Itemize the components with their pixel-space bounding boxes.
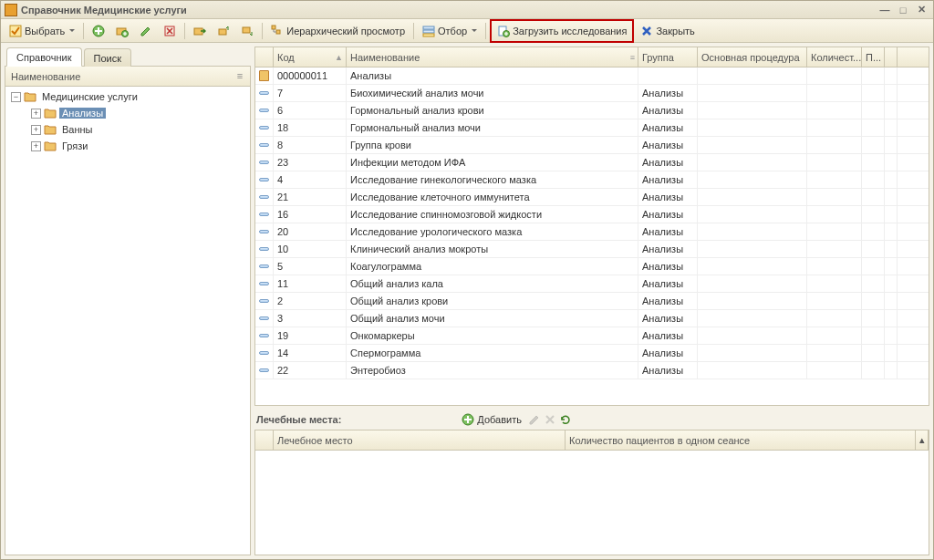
edit-button[interactable] — [135, 22, 157, 40]
grid-header: Код▲ Наименование≡ Группа Основная проце… — [255, 47, 929, 67]
grid-body[interactable]: 000000011Анализы7Биохимический анализ мо… — [255, 67, 929, 405]
tab-search[interactable]: Поиск — [84, 48, 131, 67]
cell-group: Анализы — [638, 241, 698, 257]
bottom-delete-icon[interactable] — [544, 413, 556, 426]
bottom-add-button[interactable]: Добавить — [458, 413, 525, 426]
cell-p — [862, 345, 885, 361]
hierarchical-view-button[interactable]: Иерархический просмотр — [266, 22, 410, 40]
add-folder-icon — [116, 25, 129, 37]
table-row[interactable]: 20Исследование урологического мазкаАнали… — [255, 223, 929, 241]
minimize-button[interactable]: — — [877, 4, 893, 16]
tree-node[interactable]: +Ванны — [5, 121, 250, 138]
expand-icon[interactable]: + — [31, 125, 41, 135]
table-row[interactable]: 11Общий анализ калаАнализы — [255, 275, 929, 293]
col-scroll-up[interactable]: ▴ — [916, 430, 929, 450]
close-button[interactable]: Закрыть — [636, 22, 699, 40]
move-to-group-icon — [193, 25, 206, 37]
level-down-icon — [241, 25, 254, 37]
table-row[interactable]: 14СпермограммаАнализы — [255, 345, 929, 362]
cell-code: 16 — [274, 206, 347, 223]
table-row[interactable]: 6Гормональный анализ кровиАнализы — [255, 102, 929, 119]
bottom-grid: Лечебное место Количество пациентов в од… — [254, 430, 929, 555]
move-to-group-button[interactable] — [189, 22, 211, 40]
cell-qty — [807, 119, 862, 136]
select-button[interactable]: Выбрать — [5, 22, 79, 40]
col-place[interactable]: Лечебное место — [274, 430, 566, 450]
table-row[interactable]: 22ЭнтеробиозАнализы — [255, 362, 929, 379]
expand-icon[interactable]: + — [31, 109, 41, 119]
cell-qty — [807, 206, 862, 223]
table-row[interactable]: 16Исследование спинномозговой жидкостиАн… — [255, 206, 929, 223]
cell-qty — [807, 154, 862, 171]
bottom-toolbar: Лечебные места: Добавить — [254, 410, 929, 430]
table-row[interactable]: 18Гормональный анализ мочиАнализы — [255, 119, 929, 137]
col-name[interactable]: Наименование≡ — [347, 47, 638, 67]
col-icon[interactable] — [255, 47, 274, 67]
level-up-button[interactable] — [213, 22, 234, 40]
maximize-button[interactable]: □ — [895, 4, 911, 16]
cell-name: Инфекции методом ИФА — [347, 154, 638, 171]
cell-p — [862, 310, 885, 327]
cell-code: 3 — [274, 310, 347, 327]
cell-code: 10 — [274, 241, 347, 257]
level-up-icon — [217, 25, 230, 37]
table-row[interactable]: 2Общий анализ кровиАнализы — [255, 293, 929, 310]
table-row[interactable]: 8Группа кровиАнализы — [255, 137, 929, 154]
filter-button[interactable]: Отбор — [418, 22, 482, 40]
table-row[interactable]: 000000011Анализы — [255, 67, 929, 85]
sort-icon[interactable]: ≡ — [234, 70, 246, 83]
level-down-button[interactable] — [236, 22, 258, 40]
cell-main-proc — [698, 258, 807, 275]
table-row[interactable]: 5КоагулограммаАнализы — [255, 258, 929, 275]
table-row[interactable]: 19ОнкомаркерыАнализы — [255, 327, 929, 345]
cell-qty — [807, 345, 862, 361]
tree-column-header[interactable]: Наименование ≡ — [5, 67, 250, 87]
col-qty[interactable]: Количест... — [807, 47, 862, 67]
table-row[interactable]: 3Общий анализ мочиАнализы — [255, 310, 929, 327]
tab-directory[interactable]: Справочник — [6, 47, 82, 67]
col-code[interactable]: Код▲ — [274, 47, 347, 67]
col-group[interactable]: Группа — [638, 47, 698, 67]
app-icon — [5, 4, 17, 16]
table-row[interactable]: 23Инфекции методом ИФААнализы — [255, 154, 929, 171]
table-row[interactable]: 7Биохимический анализ мочиАнализы — [255, 85, 929, 102]
table-row[interactable]: 4Исследование гинекологического мазкаАна… — [255, 171, 929, 189]
col-main-proc[interactable]: Основная процедура — [698, 47, 807, 67]
col-patients[interactable]: Количество пациентов в одном сеансе — [566, 430, 916, 450]
cell-p — [862, 206, 885, 223]
item-icon — [259, 143, 269, 147]
add-button[interactable] — [88, 22, 109, 40]
cell-p — [862, 293, 885, 309]
cell-group: Анализы — [638, 137, 698, 153]
cell-group: Анализы — [638, 189, 698, 205]
bottom-refresh-icon[interactable] — [559, 413, 572, 426]
cell-name: Спермограмма — [347, 345, 638, 361]
svg-rect-8 — [272, 26, 275, 29]
cell-p — [862, 223, 885, 240]
col-p[interactable]: П... — [862, 47, 885, 67]
tree-node[interactable]: +Анализы — [5, 105, 250, 121]
cell-group: Анализы — [638, 119, 698, 136]
table-row[interactable]: 21Исследование клеточного иммунитетаАнал… — [255, 189, 929, 206]
delete-button[interactable] — [159, 22, 181, 40]
toolbar: Выбрать Иерархический просмотр Отбор Заг… — [1, 19, 933, 43]
cell-p — [862, 327, 885, 344]
col-scroll — [885, 47, 898, 67]
expand-icon[interactable]: + — [31, 141, 41, 151]
load-research-button[interactable]: Загрузить исследования — [493, 22, 631, 40]
bottom-edit-icon[interactable] — [528, 413, 541, 426]
col-icon[interactable] — [255, 430, 274, 450]
cell-main-proc — [698, 275, 807, 292]
tree-node[interactable]: +Грязи — [5, 138, 250, 154]
cell-code: 5 — [274, 258, 347, 275]
add-folder-button[interactable] — [111, 22, 133, 40]
svg-rect-6 — [219, 29, 226, 35]
table-row[interactable]: 10Клинический анализ мокротыАнализы — [255, 241, 929, 258]
tree-root[interactable]: − Медицинские услуги — [5, 88, 250, 105]
cell-p — [862, 171, 885, 188]
bottom-grid-body[interactable] — [255, 451, 929, 555]
cell-p — [862, 275, 885, 292]
cell-p — [862, 241, 885, 257]
collapse-icon[interactable]: − — [11, 92, 21, 102]
close-window-button[interactable]: ✕ — [913, 4, 929, 16]
